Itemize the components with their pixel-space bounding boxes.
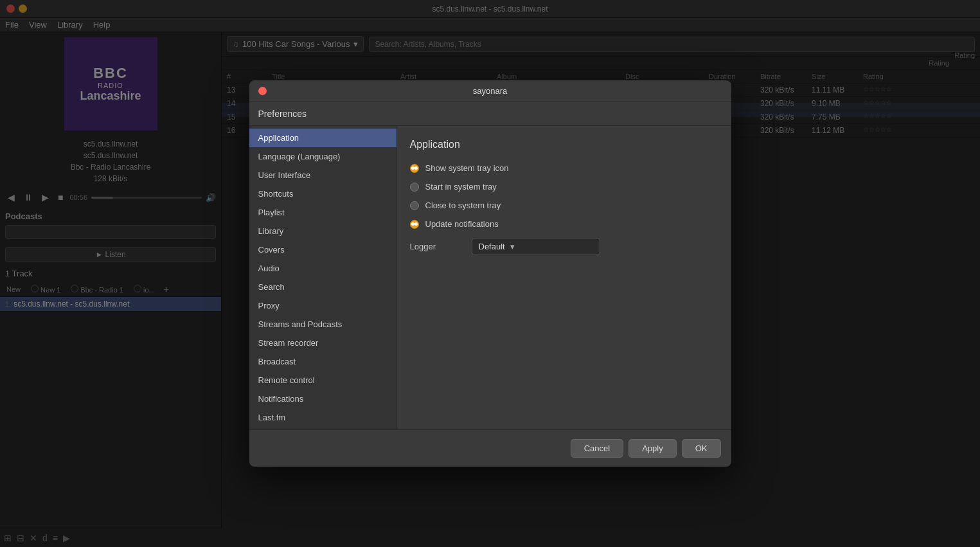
label-start-tray: Start in system tray [425,182,497,192]
prefs-item-shortcuts[interactable]: Shortcuts [249,184,396,203]
prefs-section-title: Application [410,139,718,150]
prefs-sidebar: Application Language (Language) User Int… [249,126,397,429]
prefs-item-proxy[interactable]: Proxy [249,296,396,315]
prefs-item-broadcast[interactable]: Broadcast [249,352,396,371]
apply-button[interactable]: Apply [628,439,677,458]
option-start-tray: Start in system tray [410,182,718,192]
prefs-item-streams[interactable]: Streams and Podcasts [249,315,396,334]
prefs-item-covers[interactable]: Covers [249,240,396,259]
radio-show-tray[interactable] [410,164,419,173]
label-show-tray: Show system tray icon [425,163,509,173]
prefs-item-ui[interactable]: User Interface [249,166,396,184]
logger-select[interactable]: Default ▾ [472,238,600,255]
modal-close-button[interactable] [258,87,267,95]
modal-body: Application Language (Language) User Int… [249,126,731,429]
preferences-modal: sayonara Preferences Application Languag… [249,80,731,467]
label-close-tray: Close to system tray [425,201,501,210]
prefs-item-stream-recorder[interactable]: Stream recorder [249,334,396,352]
option-show-tray: Show system tray icon [410,163,718,173]
prefs-item-application[interactable]: Application [249,129,396,147]
radio-update-notif[interactable] [410,220,419,229]
prefs-item-audio[interactable]: Audio [249,259,396,278]
logger-row: Logger Default ▾ [410,238,718,255]
prefs-item-notifications[interactable]: Notifications [249,390,396,408]
prefs-content: Application Show system tray icon Start … [397,126,731,429]
logger-label: Logger [410,242,461,251]
cancel-button[interactable]: Cancel [571,439,623,458]
radio-close-tray[interactable] [410,201,419,210]
prefs-item-remote[interactable]: Remote control [249,371,396,390]
logger-value: Default [479,242,505,251]
modal-prefs-title: Preferences [249,102,731,126]
modal-overlay: sayonara Preferences Application Languag… [0,0,980,547]
prefs-item-language[interactable]: Language (Language) [249,147,396,166]
ok-button[interactable]: OK [682,439,721,458]
select-arrow-icon: ▾ [510,242,515,251]
modal-title-bar: sayonara [249,80,731,102]
label-update-notif: Update notifications [425,219,499,229]
prefs-item-lastfm[interactable]: Last.fm [249,408,396,427]
prefs-item-search[interactable]: Search [249,278,396,296]
modal-title: sayonara [473,86,507,96]
option-close-tray: Close to system tray [410,201,718,210]
option-update-notif: Update notifications [410,219,718,229]
prefs-item-library[interactable]: Library [249,222,396,240]
modal-footer: Cancel Apply OK [249,429,731,467]
radio-start-tray[interactable] [410,183,419,192]
prefs-item-playlist[interactable]: Playlist [249,203,396,222]
